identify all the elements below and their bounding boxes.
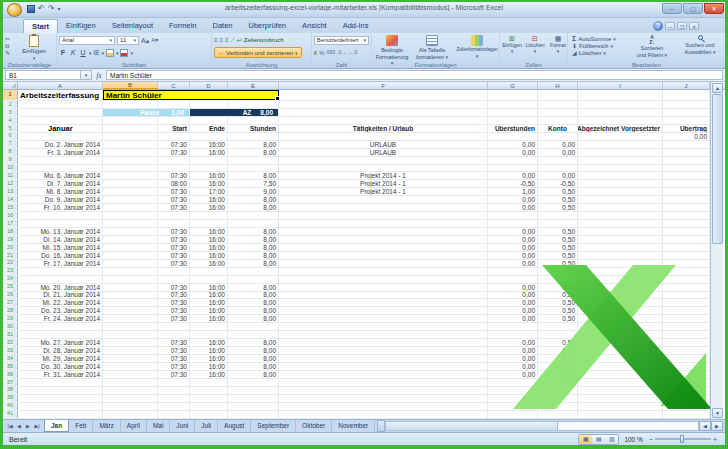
cell[interactable] — [663, 347, 710, 354]
horizontal-scrollbar-thumb[interactable] — [386, 422, 557, 430]
cell-header-overtime[interactable]: Überstunden — [488, 125, 538, 132]
cell-header-carry[interactable]: Übertrag — [663, 125, 710, 132]
cell[interactable] — [578, 371, 663, 378]
cell-start-time[interactable]: 07:30 — [158, 149, 190, 156]
cell-account[interactable]: 0,50 — [538, 228, 578, 235]
cell[interactable] — [663, 355, 710, 362]
cell[interactable] — [228, 165, 279, 172]
font-size-select[interactable]: 11▾ — [117, 36, 139, 45]
cell-start-time[interactable]: 07:30 — [158, 292, 190, 299]
row-header-24[interactable]: 24 — [3, 276, 18, 283]
cell[interactable] — [279, 331, 488, 338]
row-header-19[interactable]: 19 — [3, 236, 18, 243]
cell-account[interactable]: 0,50 — [538, 196, 578, 203]
cell[interactable] — [578, 323, 663, 330]
cell-start-time[interactable]: 07:30 — [158, 228, 190, 235]
cell-start-time[interactable]: 07:30 — [158, 244, 190, 251]
sheet-tab-oktober[interactable]: Oktober — [296, 420, 332, 432]
cell[interactable] — [279, 117, 488, 124]
page-layout-view-icon[interactable]: ▤ — [592, 435, 605, 444]
zoom-in-icon[interactable]: + — [713, 436, 717, 443]
cell[interactable] — [663, 117, 710, 124]
align-top-icon[interactable]: ≡ — [214, 37, 218, 43]
cell[interactable] — [228, 117, 279, 124]
close-button[interactable]: ✕ — [704, 3, 724, 14]
row-header-23[interactable]: 23 — [3, 268, 18, 275]
cell-hours[interactable]: 8,00 — [228, 244, 279, 251]
align-bottom-icon[interactable]: ≡ — [225, 37, 229, 43]
cell-hours[interactable]: 8,00 — [228, 371, 279, 378]
cell-overtime[interactable]: 0,00 — [488, 315, 538, 322]
cell[interactable] — [663, 339, 710, 346]
cell[interactable] — [158, 395, 190, 402]
cell-overtime[interactable]: 0,00 — [488, 141, 538, 148]
cell[interactable] — [578, 260, 663, 267]
column-header-H[interactable]: H — [538, 82, 578, 89]
cell-end-time[interactable]: 17:00 — [190, 188, 228, 195]
cell-overtime[interactable]: 0,00 — [488, 244, 538, 251]
cell[interactable] — [663, 212, 710, 219]
wrap-text-label[interactable]: Zeilenumbruch — [244, 37, 284, 43]
cell-activity[interactable] — [279, 307, 488, 314]
cell[interactable] — [578, 204, 663, 211]
cell-start-time[interactable]: 07:30 — [158, 347, 190, 354]
cell-overtime[interactable]: 0,00 — [488, 339, 538, 346]
cell[interactable] — [488, 276, 538, 283]
cell-hours[interactable]: 8,00 — [228, 292, 279, 299]
column-header-C[interactable]: C — [158, 82, 190, 89]
cell[interactable] — [190, 101, 228, 108]
cell-end-time[interactable]: 16:00 — [190, 244, 228, 251]
cell-start-time[interactable]: 07:30 — [158, 339, 190, 346]
cell-date[interactable]: Do. 16. Januar 2014 — [18, 252, 103, 259]
cell-hours[interactable]: 8,00 — [228, 363, 279, 370]
cell-hours[interactable]: 8,00 — [228, 228, 279, 235]
orientation-icon[interactable]: ⟋ — [231, 37, 235, 43]
cell-date[interactable]: Fr. 17. Januar 2014 — [18, 260, 103, 267]
cell[interactable] — [228, 133, 279, 140]
cell[interactable] — [578, 355, 663, 362]
cell[interactable] — [228, 395, 279, 402]
cell[interactable] — [663, 228, 710, 235]
cell-header-end[interactable]: Ende — [190, 125, 228, 132]
cell-hours[interactable]: 8,00 — [228, 196, 279, 203]
autosum-button[interactable]: Σ AutoSumme▾ — [572, 35, 616, 42]
cell[interactable] — [190, 387, 228, 394]
scroll-up-icon[interactable]: ▲ — [712, 83, 723, 93]
cell-start-time[interactable]: 07:30 — [158, 188, 190, 195]
row-header-35[interactable]: 35 — [3, 363, 18, 370]
cell[interactable] — [488, 109, 538, 116]
cell[interactable] — [18, 403, 103, 410]
cell-end-time[interactable]: 16:00 — [190, 149, 228, 156]
cell-account[interactable]: 0,00 — [538, 172, 578, 179]
name-box-dropdown-icon[interactable]: ▾ — [81, 70, 92, 80]
cell-activity[interactable] — [279, 284, 488, 291]
cell-end-time[interactable]: 16:00 — [190, 315, 228, 322]
cell[interactable] — [488, 220, 538, 227]
cell[interactable] — [103, 299, 158, 306]
accounting-format-icon[interactable]: € — [314, 50, 317, 56]
insert-function-icon[interactable]: fx — [92, 71, 106, 80]
cell[interactable] — [190, 117, 228, 124]
cell[interactable] — [663, 101, 710, 108]
cell-account[interactable]: 0,50 — [538, 299, 578, 306]
cell-hours[interactable]: 7,50 — [228, 180, 279, 187]
cell[interactable] — [158, 379, 190, 386]
column-header-G[interactable]: G — [488, 82, 538, 89]
cell[interactable] — [158, 276, 190, 283]
cell[interactable] — [578, 411, 663, 418]
cell-activity[interactable] — [279, 299, 488, 306]
cell[interactable] — [279, 90, 488, 100]
cell-hours[interactable]: 8,00 — [228, 355, 279, 362]
cell[interactable] — [103, 371, 158, 378]
cell[interactable] — [488, 90, 538, 100]
percent-format-icon[interactable]: % — [319, 50, 324, 56]
cell[interactable] — [488, 133, 538, 140]
sheet-tab-august[interactable]: August — [218, 420, 251, 432]
row-header-27[interactable]: 27 — [3, 299, 18, 306]
cell-hours[interactable]: 8,00 — [228, 339, 279, 346]
bold-button[interactable]: F — [59, 49, 67, 56]
cell-activity[interactable]: Projekt 2014 - 1 — [279, 180, 488, 187]
cell[interactable] — [578, 363, 663, 370]
column-header-A[interactable]: A — [18, 82, 103, 89]
insert-cells-button[interactable]: ⊞ Einfügen ▾ — [501, 33, 523, 54]
